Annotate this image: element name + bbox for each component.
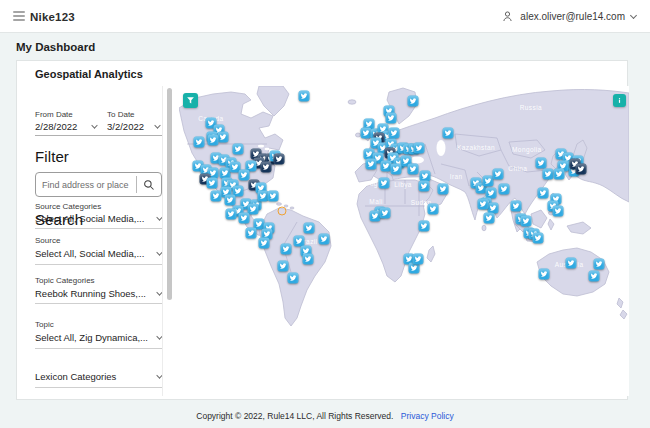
map-marker-twitter[interactable]	[224, 195, 235, 206]
user-icon	[501, 10, 514, 23]
from-date-select[interactable]: 2/28/2022	[35, 121, 97, 132]
map-marker-twitter[interactable]	[443, 128, 454, 139]
map-filter-button[interactable]	[183, 93, 198, 108]
topic-select[interactable]: Select All, Zig Dynamica,...	[35, 332, 162, 343]
map-marker-twitter[interactable]	[412, 253, 423, 264]
search-button[interactable]	[137, 173, 161, 196]
map-marker-twitter[interactable]	[247, 204, 258, 215]
map-marker-twitter[interactable]	[588, 271, 599, 282]
twitter-bird-icon	[567, 260, 574, 267]
twitter-bird-icon	[422, 172, 429, 179]
map-marker-twitter[interactable]	[259, 237, 270, 248]
map-marker-twitter[interactable]	[593, 258, 604, 269]
map-marker-twitter[interactable]	[390, 164, 401, 175]
map-marker-twitter[interactable]	[493, 169, 504, 180]
map-marker-twitter[interactable]	[511, 200, 522, 211]
topic-label: Topic	[35, 320, 54, 329]
map-marker-twitter[interactable]	[273, 153, 284, 164]
map-marker-twitter[interactable]	[543, 169, 554, 180]
source-select[interactable]: Select All, Social Media,...	[35, 248, 162, 259]
divider	[35, 135, 162, 136]
twitter-bird-icon	[429, 206, 436, 213]
filter-funnel-icon	[186, 96, 195, 105]
twitter-bird-icon	[485, 177, 492, 184]
topic-categories-label: Topic Categories	[35, 276, 95, 285]
twitter-bird-icon	[363, 130, 370, 137]
map-marker-twitter[interactable]	[575, 164, 586, 175]
divider	[35, 264, 162, 265]
map-marker-twitter[interactable]	[380, 208, 391, 219]
map-marker-twitter[interactable]	[478, 199, 489, 210]
user-account-menu[interactable]: alex.oliver@rule14.com	[501, 0, 636, 33]
twitter-bird-icon	[414, 255, 421, 262]
map-marker-twitter[interactable]	[498, 183, 509, 194]
source-categories-value: Select All, Social Media,...	[35, 213, 144, 224]
lexicon-categories-select[interactable]: Lexicon Categories	[35, 371, 162, 382]
divider	[35, 303, 162, 304]
map-marker-twitter[interactable]	[533, 232, 544, 243]
map-marker-twitter[interactable]	[408, 164, 419, 175]
map-marker-twitter[interactable]	[538, 268, 549, 279]
map-marker-twitter[interactable]	[268, 191, 279, 202]
twitter-bird-icon	[289, 274, 296, 281]
map-marker-twitter[interactable]	[277, 261, 288, 272]
map-marker-twitter[interactable]	[246, 227, 257, 238]
twitter-bird-icon	[256, 220, 263, 227]
map-marker-twitter[interactable]	[226, 209, 237, 220]
map-marker-twitter[interactable]	[218, 132, 229, 143]
topic-categories-select[interactable]: Reebok Running Shoes,...	[35, 288, 162, 299]
map-marker-twitter[interactable]	[538, 187, 549, 198]
map-marker-twitter[interactable]	[552, 205, 563, 216]
map-marker-twitter[interactable]	[238, 169, 249, 180]
map-marker-twitter[interactable]	[208, 134, 219, 145]
map-marker-twitter[interactable]	[418, 181, 429, 192]
map-marker-twitter[interactable]	[206, 178, 217, 189]
map-marker-twitter[interactable]	[520, 215, 531, 226]
map-marker-twitter[interactable]	[385, 112, 396, 123]
panel-title: Geospatial Analytics	[35, 68, 143, 80]
twitter-bird-icon	[540, 189, 547, 196]
map-marker-twitter[interactable]	[553, 169, 564, 180]
hamburger-menu-icon[interactable]	[13, 11, 25, 22]
twitter-bird-icon	[540, 270, 547, 277]
map-marker-twitter[interactable]	[389, 128, 400, 139]
map-marker-twitter[interactable]	[260, 161, 271, 172]
map-marker-twitter[interactable]	[484, 213, 495, 224]
twitter-bird-icon	[522, 217, 529, 224]
map-marker-twitter[interactable]	[535, 157, 546, 168]
map-marker-twitter[interactable]	[304, 222, 315, 233]
map-marker-twitter[interactable]	[299, 90, 310, 101]
map-marker-twitter[interactable]	[565, 258, 576, 269]
map-marker-twitter[interactable]	[210, 191, 221, 202]
map-marker-twitter[interactable]	[379, 178, 390, 189]
map-marker-twitter[interactable]	[408, 95, 419, 106]
sidebar-scrollbar-thumb[interactable]	[167, 88, 172, 300]
twitter-bird-icon	[240, 171, 247, 178]
map-marker-twitter[interactable]	[303, 253, 314, 264]
twitter-bird-icon	[248, 229, 255, 236]
twitter-bird-icon	[537, 159, 544, 166]
map-info-button[interactable]	[613, 94, 626, 107]
privacy-policy-link[interactable]: Privacy Policy	[401, 411, 454, 421]
search-input[interactable]	[36, 173, 136, 196]
map-marker-twitter[interactable]	[413, 143, 424, 154]
twitter-bird-icon	[228, 211, 235, 218]
map-marker-twitter[interactable]	[232, 143, 243, 154]
map-marker-twitter[interactable]	[193, 137, 204, 148]
to-date-select[interactable]: 3/2/2022	[107, 121, 160, 132]
map-marker-twitter[interactable]	[366, 159, 377, 170]
twitter-bird-icon	[480, 201, 487, 208]
twitter-bird-icon	[383, 162, 390, 169]
source-categories-select[interactable]: Select All, Social Media,...	[35, 213, 162, 224]
twitter-bird-icon	[486, 215, 493, 222]
map-marker-twitter[interactable]	[281, 244, 292, 255]
twitter-bird-icon	[415, 145, 422, 152]
map-marker-twitter[interactable]	[318, 234, 329, 245]
map-marker-twitter[interactable]	[438, 183, 449, 194]
map-marker-twitter[interactable]	[418, 221, 429, 232]
world-map[interactable]: CanadaRussiaKazakhstanMongoliaChinaIranA…	[179, 86, 629, 396]
map-marker-twitter[interactable]	[238, 213, 249, 224]
map-marker-twitter[interactable]	[427, 204, 438, 215]
map-marker-twitter[interactable]	[287, 272, 298, 283]
twitter-bird-icon	[405, 255, 412, 262]
